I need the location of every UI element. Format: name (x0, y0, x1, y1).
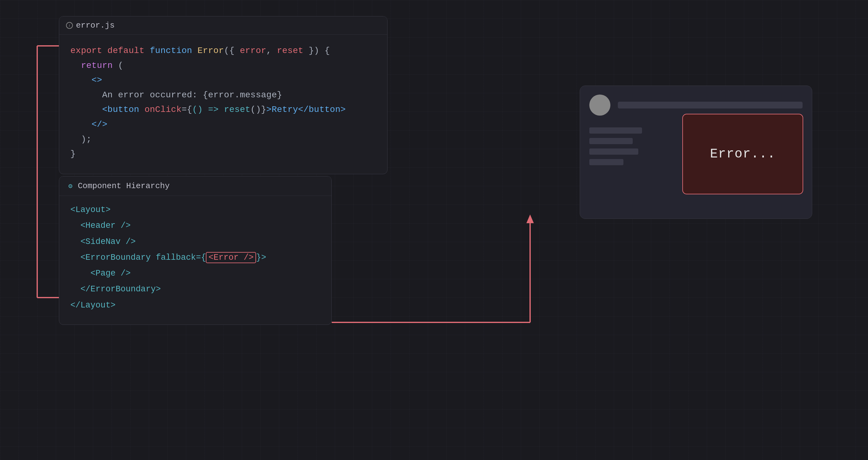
gear-icon: ⚙ (66, 182, 75, 190)
code-line: } (70, 147, 376, 161)
code-body: export default function Error({ error, r… (59, 35, 387, 174)
hierarchy-line: <Layout> (70, 202, 320, 218)
ui-preview-panel: Error... (580, 86, 812, 219)
content-bar-4 (589, 159, 623, 165)
hierarchy-line: <SideNav /> (70, 234, 320, 250)
hierarchy-line: <Page /> (70, 266, 320, 281)
hierarchy-titlebar: ⚙ Component Hierarchy (59, 176, 331, 196)
header-bar (618, 102, 803, 109)
content-bar-2 (589, 138, 633, 144)
code-line: <> (70, 73, 376, 88)
hierarchy-body: <Layout> <Header /> <SideNav /> <ErrorBo… (59, 196, 331, 325)
hierarchy-panel: ⚙ Component Hierarchy <Layout> <Header /… (59, 176, 332, 325)
ui-left-bars (589, 124, 642, 165)
code-line: export default function Error({ error, r… (70, 43, 376, 58)
code-line: return ( (70, 58, 376, 73)
content-bar-1 (589, 127, 642, 133)
code-line: <button onClick={() => reset()}>Retry</b… (70, 102, 376, 117)
hierarchy-title: Component Hierarchy (78, 181, 169, 191)
hierarchy-line: </ErrorBoundary> (70, 281, 320, 297)
avatar (589, 95, 610, 116)
svg-marker-6 (526, 215, 534, 223)
code-line: ); (70, 132, 376, 147)
error-overlay: Error... (682, 114, 803, 194)
hierarchy-line: </Layout> (70, 298, 320, 313)
info-icon: i (66, 22, 73, 29)
hierarchy-line: <ErrorBoundary fallback={<Error />}> (70, 250, 320, 266)
panel-titlebar: i error.js (59, 17, 387, 35)
hierarchy-line: <Header /> (70, 218, 320, 234)
panel-title: error.js (76, 21, 115, 30)
code-line: An error occurred: {error.message} (70, 88, 376, 102)
code-panel: i error.js export default function Error… (59, 16, 388, 174)
content-bar-3 (589, 149, 638, 155)
code-line: </> (70, 117, 376, 132)
error-overlay-text: Error... (710, 147, 776, 161)
